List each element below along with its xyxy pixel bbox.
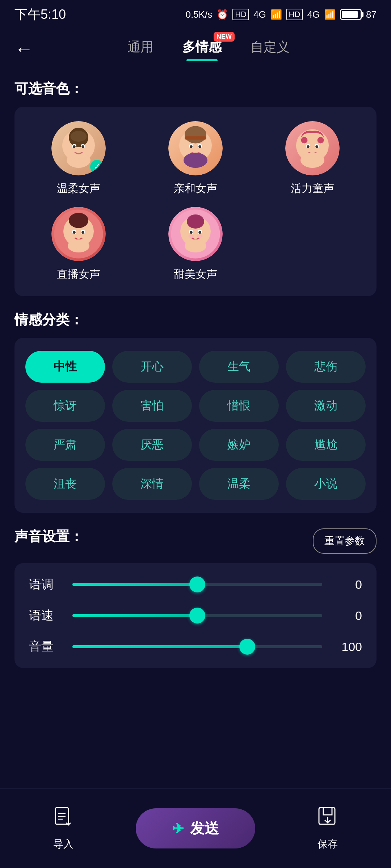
emotion-jealous[interactable]: 嫉妒 [199, 429, 279, 461]
speed-thumb[interactable] [189, 608, 205, 624]
sound-panel: 语调 0 语速 0 音量 100 [14, 563, 377, 668]
emotion-deep[interactable]: 深情 [112, 468, 192, 500]
svg-point-5 [73, 145, 76, 148]
nav-bar: ← 通用 多情感 NEW 自定义 [0, 29, 391, 69]
voice-label-huoli: 活力童声 [291, 181, 334, 196]
speed-label: 语速 [29, 607, 62, 624]
save-svg [317, 806, 339, 828]
new-badge: NEW [214, 32, 235, 42]
emotion-excited[interactable]: 激动 [286, 390, 366, 422]
pitch-thumb[interactable] [189, 576, 205, 592]
voice-item-huoli[interactable]: 活力童声 [260, 121, 366, 196]
emotion-gentle[interactable]: 温柔 [199, 468, 279, 500]
tab-general[interactable]: 通用 [127, 38, 154, 60]
save-icon [317, 806, 339, 833]
emotion-panel: 中性 开心 生气 悲伤 惊讶 害怕 憎恨 激动 严肃 厌恶 嫉妒 尴尬 沮丧 深… [14, 338, 377, 513]
alarm-icon: ⏰ [216, 9, 228, 20]
emotion-hate[interactable]: 憎恨 [199, 390, 279, 422]
avatar-img-zhibo [51, 207, 106, 261]
volume-value: 100 [333, 640, 362, 654]
emotion-surprise[interactable]: 惊讶 [25, 390, 105, 422]
svg-point-34 [187, 214, 204, 229]
bottom-padding [14, 682, 377, 784]
import-action[interactable]: 导入 [52, 806, 74, 851]
status-bar: 下午5:10 0.5K/s ⏰ HD 4G 📶 HD 4G 📶 87 [0, 0, 391, 29]
sound-section-title: 声音设置： [14, 527, 83, 546]
volume-thumb[interactable] [239, 639, 255, 655]
volume-track[interactable] [72, 645, 322, 648]
svg-point-38 [198, 231, 201, 234]
send-button[interactable]: ✈ 发送 [136, 808, 255, 848]
pitch-label: 语调 [29, 576, 62, 593]
speed-track[interactable] [72, 614, 322, 617]
main-content: 可选音色： [0, 69, 391, 795]
check-badge-wenjun: ✓ [90, 160, 104, 174]
voice-item-zhibo[interactable]: 直播女声 [25, 207, 131, 282]
hd-icon2: HD [286, 9, 303, 20]
volume-row: 音量 100 [29, 638, 362, 655]
voice-avatar-huoli [285, 121, 340, 175]
save-action[interactable]: 保存 [317, 806, 339, 851]
tab-custom[interactable]: 自定义 [251, 38, 290, 60]
battery-icon [340, 9, 362, 20]
reset-params-button[interactable]: 重置参数 [313, 528, 377, 554]
emotion-panic[interactable]: 沮丧 [25, 468, 105, 500]
voice-item-tian[interactable]: 甜美女声 [142, 207, 248, 282]
emotion-novel[interactable]: 小说 [286, 468, 366, 500]
voice-avatar-zhibo [51, 207, 106, 261]
svg-point-29 [73, 231, 76, 234]
pitch-track[interactable] [72, 583, 322, 586]
svg-point-18 [318, 137, 324, 144]
import-icon [52, 806, 74, 833]
voice-section-title: 可选音色： [14, 80, 377, 98]
emotion-neutral[interactable]: 中性 [25, 351, 105, 383]
emotion-happy[interactable]: 开心 [112, 351, 192, 383]
svg-point-7 [70, 131, 87, 142]
svg-point-23 [300, 153, 324, 168]
speed-value: 0 [333, 609, 362, 623]
face-svg-qinhe [168, 121, 223, 175]
svg-point-17 [301, 137, 308, 144]
svg-point-37 [190, 231, 193, 234]
signal-icon: 📶 [270, 9, 282, 20]
emotion-disgust[interactable]: 厌恶 [112, 429, 192, 461]
voice-item-wenjun[interactable]: ✓ 温柔女声 [25, 121, 131, 196]
svg-point-2 [67, 153, 91, 168]
svg-point-26 [69, 213, 88, 228]
voice-label-qinhe: 亲和女声 [174, 181, 217, 196]
emotion-sad[interactable]: 悲伤 [286, 351, 366, 383]
speed-fill [72, 614, 197, 617]
voice-label-zhibo: 直播女声 [57, 267, 100, 282]
back-button[interactable]: ← [14, 38, 33, 60]
emotion-fear[interactable]: 害怕 [112, 390, 192, 422]
voice-item-qinhe[interactable]: 亲和女声 [142, 121, 248, 196]
volume-label: 音量 [29, 638, 62, 655]
battery-fill [342, 11, 358, 18]
emotion-angry[interactable]: 生气 [199, 351, 279, 383]
emotion-awkward[interactable]: 尴尬 [286, 429, 366, 461]
import-label: 导入 [53, 837, 73, 851]
svg-point-40 [197, 235, 202, 238]
svg-point-39 [188, 235, 194, 238]
voice-label-wenjun: 温柔女声 [57, 181, 100, 196]
svg-point-12 [190, 145, 193, 148]
4g-icon2: 4G [307, 9, 320, 20]
voice-avatar-qinhe [168, 121, 223, 175]
emotion-serious[interactable]: 严肃 [25, 429, 105, 461]
pitch-value: 0 [333, 578, 362, 592]
sound-header: 声音设置： 重置参数 [14, 527, 377, 554]
svg-rect-14 [185, 136, 206, 140]
avatar-img-huoli [285, 121, 340, 175]
tab-emotion[interactable]: 多情感 NEW [182, 38, 222, 60]
svg-point-13 [198, 145, 201, 148]
4g-icon: 4G [253, 9, 266, 20]
status-icons: 0.5K/s ⏰ HD 4G 📶 HD 4G 📶 87 [185, 9, 377, 20]
emotion-grid: 中性 开心 生气 悲伤 惊讶 害怕 憎恨 激动 严肃 厌恶 嫉妒 尴尬 沮丧 深… [25, 351, 366, 500]
send-label: 发送 [190, 818, 219, 838]
speed-row: 语速 0 [29, 607, 362, 624]
signal-icon2: 📶 [324, 9, 336, 20]
network-speed: 0.5K/s [185, 9, 212, 20]
send-icon: ✈ [172, 820, 184, 837]
avatar-img-qinhe [168, 121, 223, 175]
import-svg [52, 806, 74, 828]
